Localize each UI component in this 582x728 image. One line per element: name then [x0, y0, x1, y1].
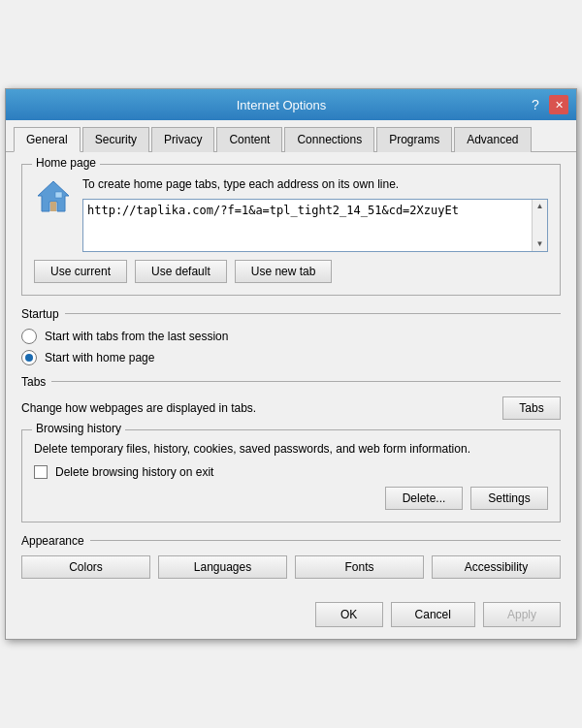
appearance-buttons: Colors Languages Fonts Accessibility	[21, 555, 561, 579]
help-button[interactable]: ?	[526, 95, 545, 114]
fonts-button[interactable]: Fonts	[295, 555, 424, 579]
startup-option1-label: Start with tabs from the last session	[45, 330, 228, 343]
browsing-history-label: Browsing history	[32, 422, 125, 435]
svg-rect-1	[50, 202, 56, 211]
startup-divider: Startup	[21, 307, 561, 321]
home-page-label: Home page	[32, 156, 100, 170]
apply-button[interactable]: Apply	[483, 602, 561, 627]
tabs-divider: Tabs	[21, 375, 561, 389]
tab-strip: General Security Privacy Content Connect…	[6, 120, 576, 152]
tab-security[interactable]: Security	[82, 127, 149, 152]
home-page-right: To create home page tabs, type each addr…	[82, 176, 548, 252]
delete-on-exit-item[interactable]: Delete browsing history on exit	[34, 465, 548, 479]
scroll-down-arrow[interactable]: ▼	[534, 237, 547, 251]
startup-option2[interactable]: Start with home page	[21, 350, 561, 365]
scroll-up-arrow[interactable]: ▲	[534, 200, 547, 213]
close-button[interactable]: ✕	[549, 95, 568, 114]
languages-button[interactable]: Languages	[158, 555, 287, 579]
tabs-section-label: Tabs	[21, 375, 46, 389]
accessibility-button[interactable]: Accessibility	[432, 555, 561, 579]
home-page-group: Home page To create home page tabs, type…	[21, 164, 561, 296]
appearance-label: Appearance	[21, 534, 84, 548]
internet-options-window: Internet Options ? ✕ General Security Pr…	[5, 88, 577, 640]
startup-label: Startup	[21, 307, 59, 321]
tab-advanced[interactable]: Advanced	[454, 127, 531, 152]
startup-option1[interactable]: Start with tabs from the last session	[21, 329, 561, 344]
startup-option2-label: Start with home page	[45, 351, 154, 364]
scrollbar[interactable]: ▲ ▼	[532, 200, 547, 251]
tab-connections[interactable]: Connections	[284, 127, 374, 152]
use-current-button[interactable]: Use current	[34, 260, 127, 283]
house-icon	[34, 176, 73, 215]
browsing-history-description: Delete temporary files, history, cookies…	[34, 440, 548, 458]
tab-programs[interactable]: Programs	[376, 127, 452, 152]
startup-radio1[interactable]	[21, 329, 37, 344]
url-input-wrapper: http://taplika.com/?f=1&a=tpl_tight2_14_…	[82, 199, 548, 252]
appearance-line	[90, 540, 561, 541]
home-page-content: To create home page tabs, type each addr…	[34, 176, 548, 252]
history-buttons: Delete... Settings	[34, 487, 548, 510]
home-page-buttons: Use current Use default Use new tab	[34, 260, 548, 283]
settings-button[interactable]: Settings	[470, 487, 548, 510]
startup-content: Start with tabs from the last session St…	[21, 329, 561, 365]
tabs-description: Change how webpages are displayed in tab…	[21, 401, 256, 415]
title-controls: ? ✕	[526, 95, 568, 114]
delete-on-exit-label: Delete browsing history on exit	[55, 465, 213, 479]
tab-general[interactable]: General	[14, 127, 81, 152]
tabs-section: Tabs Change how webpages are displayed i…	[21, 375, 561, 420]
appearance-section: Appearance Colors Languages Fonts Access…	[21, 534, 561, 579]
title-bar: Internet Options ? ✕	[6, 89, 576, 120]
delete-on-exit-checkbox[interactable]	[34, 465, 48, 479]
tab-privacy[interactable]: Privacy	[151, 127, 214, 152]
window-title: Internet Options	[37, 98, 526, 112]
cancel-button[interactable]: Cancel	[391, 602, 475, 627]
tabs-line	[51, 381, 561, 382]
delete-button[interactable]: Delete...	[385, 487, 463, 510]
svg-rect-2	[55, 192, 62, 198]
bottom-bar: OK Cancel Apply	[6, 594, 576, 639]
url-textarea[interactable]: http://taplika.com/?f=1&a=tpl_tight2_14_…	[83, 200, 532, 251]
use-default-button[interactable]: Use default	[135, 260, 227, 283]
appearance-divider: Appearance	[21, 534, 561, 548]
tabs-button[interactable]: Tabs	[502, 396, 561, 420]
tabs-row: Change how webpages are displayed in tab…	[21, 396, 561, 420]
home-page-description: To create home page tabs, type each addr…	[82, 176, 548, 193]
content-area: Home page To create home page tabs, type…	[6, 152, 576, 594]
startup-radio2[interactable]	[21, 350, 37, 365]
use-new-tab-button[interactable]: Use new tab	[235, 260, 333, 283]
browsing-history-group: Browsing history Delete temporary files,…	[21, 429, 561, 522]
tab-content[interactable]: Content	[216, 127, 282, 152]
ok-button[interactable]: OK	[315, 602, 383, 627]
startup-section: Startup Start with tabs from the last se…	[21, 307, 561, 365]
colors-button[interactable]: Colors	[21, 555, 150, 579]
startup-line	[65, 313, 561, 314]
